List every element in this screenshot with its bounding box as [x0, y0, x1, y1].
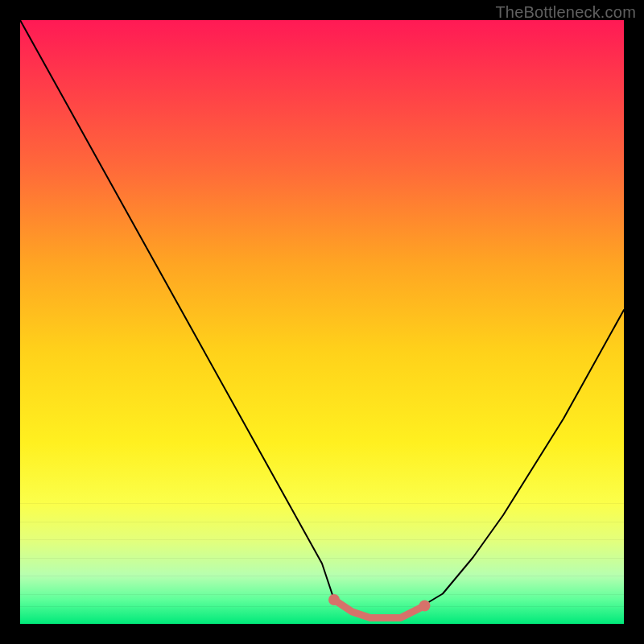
bottleneck-curve [20, 20, 624, 618]
highlight-segment [334, 600, 425, 618]
curve-svg [20, 20, 624, 624]
chart-frame: TheBottleneck.com [0, 0, 644, 644]
svg-point-1 [419, 601, 431, 612]
plot-area [20, 20, 624, 624]
svg-point-0 [328, 594, 340, 605]
watermark-text: TheBottleneck.com [495, 3, 636, 22]
